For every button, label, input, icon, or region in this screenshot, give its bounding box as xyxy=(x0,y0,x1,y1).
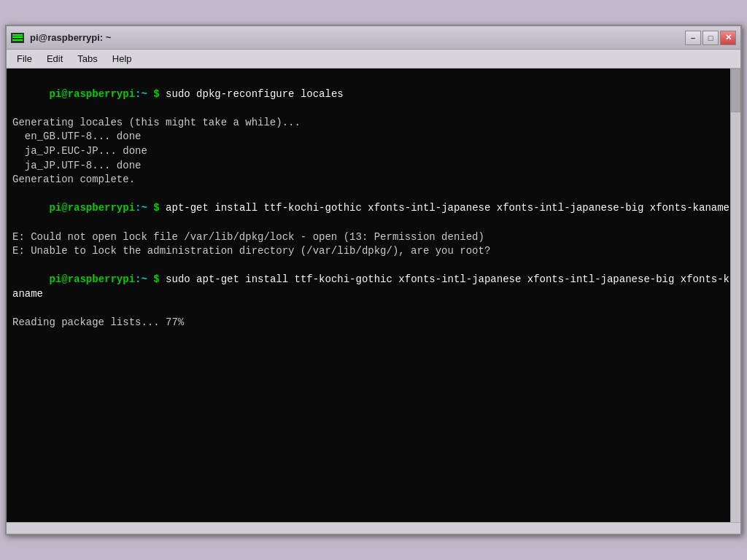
menu-help[interactable]: Help xyxy=(107,52,138,66)
command-text: apt-get install ttf-kochi-gothic xfonts-… xyxy=(160,202,729,214)
titlebar-left: pi@raspberrypi: ~ xyxy=(11,32,111,43)
terminal-window: pi@raspberrypi: ~ – □ ✕ File Edit Tabs H… xyxy=(5,25,742,535)
titlebar: pi@raspberrypi: ~ – □ ✕ xyxy=(7,26,740,50)
prompt-user: pi@raspberrypi xyxy=(49,88,135,100)
prompt-path: :~ xyxy=(135,202,147,214)
menubar: File Edit Tabs Help xyxy=(7,50,740,69)
prompt-symbol: $ xyxy=(147,88,160,100)
prompt-symbol: $ xyxy=(147,273,160,285)
terminal-icon xyxy=(11,33,24,43)
terminal-line: pi@raspberrypi:~ $ sudo dpkg-reconfigure… xyxy=(12,73,735,116)
close-button[interactable]: ✕ xyxy=(720,31,736,45)
terminal-output[interactable]: pi@raspberrypi:~ $ sudo dpkg-reconfigure… xyxy=(7,69,740,522)
minimize-button[interactable]: – xyxy=(685,31,701,45)
terminal-line: en_GB.UTF-8... done xyxy=(12,130,735,144)
terminal-line: ja_JP.EUC-JP... done xyxy=(12,144,735,159)
prompt-user: pi@raspberrypi xyxy=(49,202,135,214)
terminal-line: Generating locales (this might take a wh… xyxy=(12,116,735,131)
menu-file[interactable]: File xyxy=(11,52,38,66)
maximize-button[interactable]: □ xyxy=(703,31,719,45)
scrollbar[interactable] xyxy=(730,69,740,522)
prompt-symbol: $ xyxy=(147,202,160,214)
prompt-path: :~ xyxy=(135,88,147,100)
command-text: sudo dpkg-reconfigure locales xyxy=(160,88,344,100)
terminal-line: ja_JP.UTF-8... done xyxy=(12,159,735,174)
prompt-user: pi@raspberrypi xyxy=(49,273,135,285)
menu-edit[interactable]: Edit xyxy=(41,52,69,66)
scrollbar-thumb[interactable] xyxy=(731,69,740,112)
window-title: pi@raspberrypi: ~ xyxy=(30,32,111,43)
terminal-line: E: Could not open lock file /var/lib/dpk… xyxy=(12,230,735,245)
terminal-line: pi@raspberrypi:~ $ apt-get install ttf-k… xyxy=(12,187,735,230)
terminal-line: E: Unable to lock the administration dir… xyxy=(12,244,735,259)
window-controls: – □ ✕ xyxy=(685,31,736,45)
terminal-line: pi@raspberrypi:~ $ sudo apt-get install … xyxy=(12,259,735,316)
terminal-line: Generation complete. xyxy=(12,173,735,187)
prompt-path: :~ xyxy=(135,273,147,285)
terminal-line: Reading package lists... 77% xyxy=(12,316,735,330)
menu-tabs[interactable]: Tabs xyxy=(71,52,103,66)
statusbar xyxy=(7,522,740,534)
